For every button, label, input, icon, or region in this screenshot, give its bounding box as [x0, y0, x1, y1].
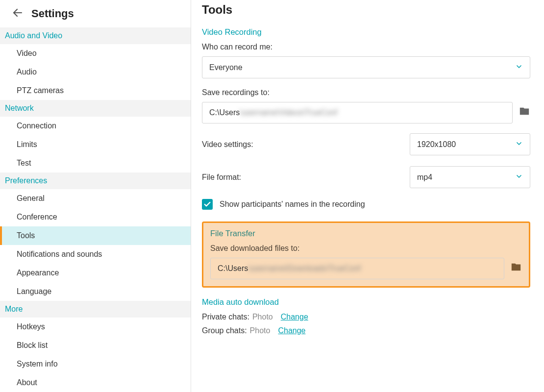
sidebar-item-system-info[interactable]: System info — [0, 355, 191, 373]
chevron-down-icon — [515, 63, 523, 72]
private-chats-change-link[interactable]: Change — [281, 313, 308, 321]
back-arrow-icon[interactable] — [12, 7, 24, 21]
sidebar-item-hotkeys[interactable]: Hotkeys — [0, 318, 191, 336]
sidebar-item-general[interactable]: General — [0, 189, 191, 208]
sidebar-header: Settings — [0, 0, 191, 27]
save-downloaded-label: Save downloaded files to: — [210, 244, 522, 253]
save-recordings-label: Save recordings to: — [202, 88, 530, 97]
chevron-down-icon — [515, 172, 523, 182]
recordings-path-input[interactable]: C:\Users\username\Videos\TrueConf — [202, 102, 513, 123]
sidebar-item-audio[interactable]: Audio — [0, 63, 191, 81]
group-chats-value: Photo — [250, 326, 271, 335]
who-can-record-label: Who can record me: — [202, 43, 530, 51]
who-can-record-value: Everyone — [209, 63, 243, 72]
private-chats-value: Photo — [252, 313, 273, 321]
file-transfer-highlight-box: File Transfer Save downloaded files to: … — [202, 221, 530, 288]
recordings-path-prefix: C:\Users — [209, 108, 240, 117]
sidebar-item-video[interactable]: Video — [0, 44, 191, 63]
sidebar-item-tools[interactable]: Tools — [0, 226, 191, 245]
sidebar-item-test[interactable]: Test — [0, 154, 191, 172]
sidebar-section-more: More — [0, 301, 191, 318]
browse-recordings-folder-icon[interactable] — [519, 106, 530, 120]
sidebar-item-conference[interactable]: Conference — [0, 208, 191, 226]
video-recording-heading: Video Recording — [202, 27, 530, 37]
page-title: Tools — [202, 3, 530, 17]
recordings-path-blurred: \username\Videos\TrueConf — [240, 108, 337, 117]
show-participants-label: Show participants' names in the recordin… — [220, 200, 365, 209]
show-participants-checkbox[interactable] — [202, 199, 213, 210]
sidebar-item-ptz-cameras[interactable]: PTZ cameras — [0, 81, 191, 100]
settings-sidebar: Settings Audio and Video Video Audio PTZ… — [0, 0, 191, 392]
sidebar-section-audio-video: Audio and Video — [0, 27, 191, 44]
private-chats-label: Private chats: — [202, 313, 249, 321]
sidebar-item-limits[interactable]: Limits — [0, 135, 191, 154]
file-transfer-heading: File Transfer — [210, 229, 522, 238]
sidebar-section-network: Network — [0, 100, 191, 117]
sidebar-item-language[interactable]: Language — [0, 282, 191, 301]
sidebar-item-connection[interactable]: Connection — [0, 117, 191, 135]
download-path-input[interactable]: C:\Users\username\Downloads\TrueConf — [210, 258, 504, 279]
group-chats-change-link[interactable]: Change — [278, 326, 305, 335]
download-path-prefix: C:\Users — [218, 264, 248, 272]
group-chats-label: Group chats: — [202, 326, 247, 335]
file-format-select[interactable]: mp4 — [410, 166, 530, 188]
chevron-down-icon — [515, 140, 523, 149]
file-format-label: File format: — [202, 173, 241, 182]
sidebar-item-about[interactable]: About — [0, 373, 191, 392]
sidebar-item-notifications[interactable]: Notifications and sounds — [0, 245, 191, 264]
video-settings-label: Video settings: — [202, 140, 253, 149]
video-settings-select[interactable]: 1920x1080 — [410, 133, 530, 155]
video-settings-value: 1920x1080 — [417, 140, 456, 149]
browse-download-folder-icon[interactable] — [510, 262, 522, 275]
who-can-record-select[interactable]: Everyone — [202, 56, 530, 78]
sidebar-item-block-list[interactable]: Block list — [0, 336, 191, 355]
file-format-value: mp4 — [417, 173, 432, 182]
sidebar-item-appearance[interactable]: Appearance — [0, 264, 191, 282]
download-path-blurred: \username\Downloads\TrueConf — [248, 264, 361, 272]
sidebar-title: Settings — [31, 7, 74, 20]
sidebar-section-preferences: Preferences — [0, 172, 191, 189]
media-auto-download-heading: Media auto download — [202, 297, 530, 307]
main-content: Tools Video Recording Who can record me:… — [191, 0, 544, 392]
